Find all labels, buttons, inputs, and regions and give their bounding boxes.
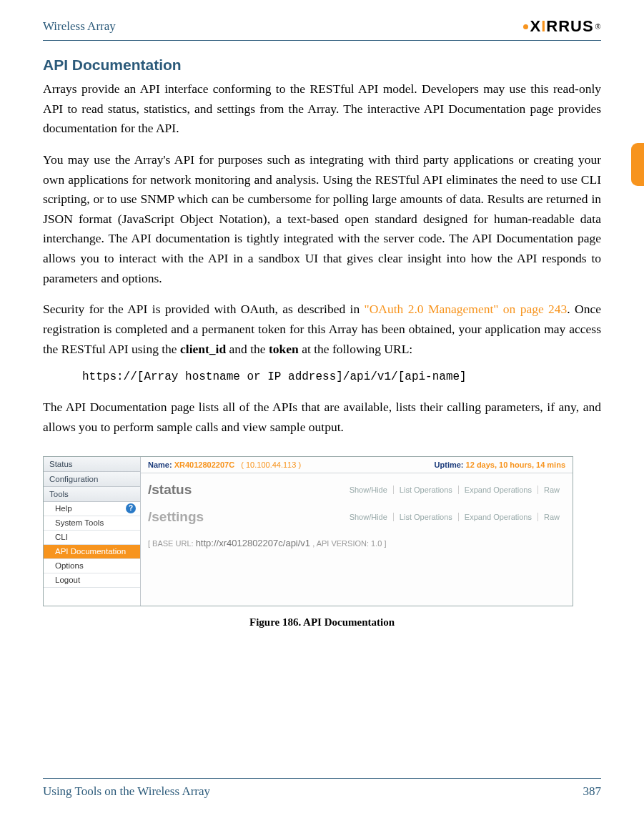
fig-op-showhide[interactable]: Show/Hide xyxy=(344,486,394,494)
fig-ops-row-2: Show/Hide List Operations Expand Operati… xyxy=(344,513,565,521)
logo-dot-icon xyxy=(523,24,528,29)
page-header: Wireless Array XIRRUS® xyxy=(43,17,601,41)
fig-op-expand-2[interactable]: Expand Operations xyxy=(459,513,538,521)
fig-sb-item-help[interactable]: Help ? xyxy=(44,502,140,516)
fig-sb-item-system-tools[interactable]: System Tools xyxy=(44,516,140,531)
token-term: token xyxy=(269,342,299,356)
page-footer: Using Tools on the Wireless Array 387 xyxy=(43,778,601,799)
fig-api-row-settings: /settings Show/Hide List Operations Expa… xyxy=(141,501,573,528)
fig-sb-item-api-documentation[interactable]: API Documentation xyxy=(44,545,140,559)
footer-section-title: Using Tools on the Wireless Array xyxy=(43,784,210,799)
header-title: Wireless Array xyxy=(43,19,116,34)
p3-text-a: Security for the API is provided with OA… xyxy=(43,302,365,316)
fig-op-list[interactable]: List Operations xyxy=(394,486,459,494)
fig-sb-tools[interactable]: Tools xyxy=(44,487,140,502)
section-heading: API Documentation xyxy=(43,56,601,74)
fig-sb-item-options[interactable]: Options xyxy=(44,559,140,573)
fig-sb-status[interactable]: Status xyxy=(44,457,140,472)
body-paragraph-2: You may use the Array's API for purposes… xyxy=(43,150,601,288)
fig-main: Name: XR4012802207C ( 10.100.44.113 ) Up… xyxy=(141,457,573,606)
fig-sb-configuration[interactable]: Configuration xyxy=(44,472,140,487)
body-paragraph-4: The API Documentation page lists all of … xyxy=(43,398,601,437)
figure-186: Status Configuration Tools Help ? System… xyxy=(43,456,601,629)
p3-text-c: and the xyxy=(226,342,269,356)
body-paragraph-1: Arrays provide an API interface conformi… xyxy=(43,79,601,139)
xirrus-logo: XIRRUS® xyxy=(523,17,601,36)
fig-baseurl: [ BASE URL: http://xr4012802207c/api/v1 … xyxy=(141,528,573,553)
fig-api-path-status[interactable]: /status xyxy=(148,482,192,498)
fig-topbar: Name: XR4012802207C ( 10.100.44.113 ) Up… xyxy=(141,457,573,473)
fig-op-raw[interactable]: Raw xyxy=(538,486,565,494)
fig-ip: ( 10.100.44.113 ) xyxy=(241,460,301,469)
oauth-crossref-link[interactable]: "OAuth 2.0 Management" on page 243 xyxy=(365,302,568,316)
footer-page-number: 387 xyxy=(583,784,602,799)
fig-baseurl-lbl-a: [ BASE URL: xyxy=(148,539,194,548)
p3-text-d: at the following URL: xyxy=(299,342,412,356)
page-thumb-tab xyxy=(631,143,644,186)
fig-uptime-label: Uptime: xyxy=(435,460,464,469)
fig-baseurl-url: http://xr4012802207c/api/v1 xyxy=(196,538,310,548)
fig-op-list-2[interactable]: List Operations xyxy=(394,513,459,521)
fig-op-expand[interactable]: Expand Operations xyxy=(459,486,538,494)
fig-name-value: XR4012802207C xyxy=(174,460,234,469)
fig-baseurl-lbl-b: , API VERSION: 1.0 ] xyxy=(312,539,386,548)
figure-caption: Figure 186. API Documentation xyxy=(43,616,601,629)
fig-op-raw-2[interactable]: Raw xyxy=(538,513,565,521)
fig-api-path-settings[interactable]: /settings xyxy=(148,509,204,525)
fig-sb-item-cli[interactable]: CLI xyxy=(44,531,140,545)
client-id-term: client_id xyxy=(180,342,226,356)
fig-ops-row: Show/Hide List Operations Expand Operati… xyxy=(344,486,565,494)
fig-name-label: Name: xyxy=(148,460,172,469)
figure-screenshot: Status Configuration Tools Help ? System… xyxy=(43,456,573,606)
fig-uptime-value: 12 days, 10 hours, 14 mins xyxy=(466,460,565,469)
fig-sb-item-logout[interactable]: Logout xyxy=(44,573,140,588)
api-url-code: https://[Array hostname or IP address]/a… xyxy=(82,370,601,383)
fig-sb-item-label: Help xyxy=(55,504,72,513)
fig-sidebar: Status Configuration Tools Help ? System… xyxy=(44,457,141,606)
fig-op-showhide-2[interactable]: Show/Hide xyxy=(344,513,394,521)
fig-api-row-status: /status Show/Hide List Operations Expand… xyxy=(141,473,573,501)
help-icon[interactable]: ? xyxy=(126,503,136,513)
body-paragraph-3: Security for the API is provided with OA… xyxy=(43,300,601,359)
